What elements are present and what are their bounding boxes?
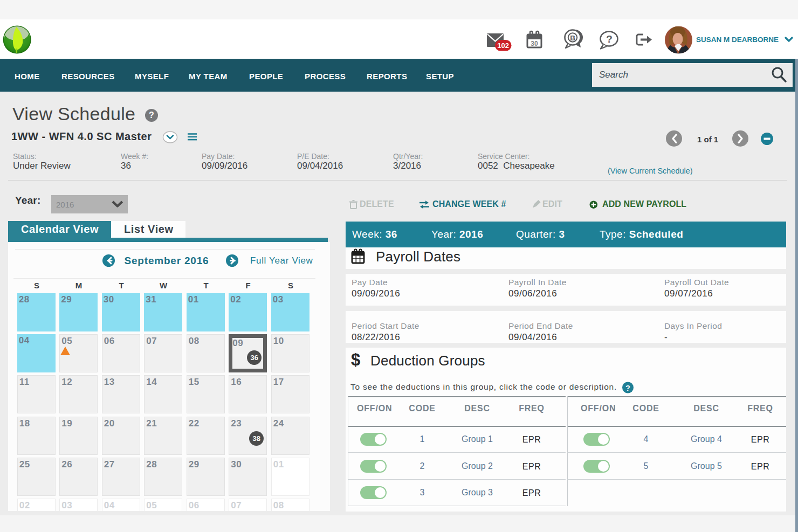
svg-text:102: 102 xyxy=(497,42,509,50)
svg-text:?: ? xyxy=(606,33,613,45)
svg-text:?: ? xyxy=(625,384,630,392)
svg-text:B: B xyxy=(570,34,575,42)
svg-text:30: 30 xyxy=(531,40,538,47)
